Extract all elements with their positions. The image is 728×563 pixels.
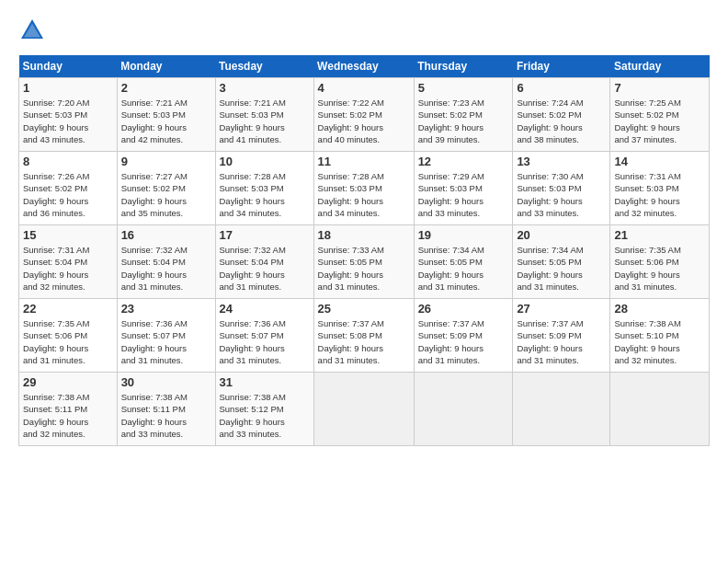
day-number: 6 — [517, 81, 606, 95]
day-number: 4 — [318, 81, 410, 95]
day-number: 10 — [220, 155, 310, 168]
day-number: 11 — [318, 155, 410, 168]
day-number: 25 — [318, 302, 410, 316]
calendar-cell: 3Sunrise: 7:21 AM Sunset: 5:03 PM Daylig… — [215, 78, 313, 152]
calendar-cell: 23Sunrise: 7:36 AM Sunset: 5:07 PM Dayli… — [117, 299, 215, 373]
day-number: 27 — [517, 302, 606, 316]
day-info: Sunrise: 7:27 AM Sunset: 5:02 PM Dayligh… — [121, 170, 211, 219]
day-info: Sunrise: 7:21 AM Sunset: 5:03 PM Dayligh… — [220, 97, 310, 145]
day-info: Sunrise: 7:35 AM Sunset: 5:06 PM Dayligh… — [614, 244, 705, 293]
day-number: 30 — [121, 375, 211, 389]
day-info: Sunrise: 7:28 AM Sunset: 5:03 PM Dayligh… — [220, 170, 310, 219]
calendar-cell: 11Sunrise: 7:28 AM Sunset: 5:03 PM Dayli… — [313, 152, 414, 225]
day-number: 29 — [23, 375, 113, 389]
day-number: 23 — [121, 302, 211, 316]
day-info: Sunrise: 7:22 AM Sunset: 5:02 PM Dayligh… — [318, 97, 410, 145]
calendar-cell: 16Sunrise: 7:32 AM Sunset: 5:04 PM Dayli… — [117, 225, 215, 299]
header-row: SundayMondayTuesdayWednesdayThursdayFrid… — [19, 55, 710, 78]
day-info: Sunrise: 7:36 AM Sunset: 5:07 PM Dayligh… — [220, 317, 310, 366]
day-info: Sunrise: 7:21 AM Sunset: 5:03 PM Dayligh… — [121, 97, 211, 145]
week-row-5: 29Sunrise: 7:38 AM Sunset: 5:11 PM Dayli… — [19, 373, 710, 446]
calendar-cell: 7Sunrise: 7:25 AM Sunset: 5:02 PM Daylig… — [610, 78, 710, 152]
day-info: Sunrise: 7:38 AM Sunset: 5:11 PM Dayligh… — [23, 391, 113, 440]
day-number: 20 — [517, 228, 606, 242]
calendar-cell — [610, 373, 710, 446]
week-row-2: 8Sunrise: 7:26 AM Sunset: 5:02 PM Daylig… — [19, 152, 710, 225]
day-number: 8 — [23, 155, 113, 168]
week-row-4: 22Sunrise: 7:35 AM Sunset: 5:06 PM Dayli… — [19, 299, 710, 373]
header — [18, 17, 710, 44]
day-number: 7 — [614, 81, 705, 95]
calendar-cell — [513, 373, 610, 446]
day-info: Sunrise: 7:37 AM Sunset: 5:08 PM Dayligh… — [318, 317, 410, 366]
day-info: Sunrise: 7:34 AM Sunset: 5:05 PM Dayligh… — [517, 244, 606, 293]
day-info: Sunrise: 7:25 AM Sunset: 5:02 PM Dayligh… — [614, 97, 705, 145]
day-number: 2 — [121, 81, 211, 95]
day-info: Sunrise: 7:31 AM Sunset: 5:04 PM Dayligh… — [23, 244, 113, 293]
day-info: Sunrise: 7:26 AM Sunset: 5:02 PM Dayligh… — [23, 170, 113, 219]
header-day-wednesday: Wednesday — [313, 55, 414, 78]
day-info: Sunrise: 7:38 AM Sunset: 5:11 PM Dayligh… — [121, 391, 211, 440]
calendar-cell: 18Sunrise: 7:33 AM Sunset: 5:05 PM Dayli… — [313, 225, 414, 299]
day-info: Sunrise: 7:34 AM Sunset: 5:05 PM Dayligh… — [418, 244, 509, 293]
day-info: Sunrise: 7:24 AM Sunset: 5:02 PM Dayligh… — [517, 97, 606, 145]
header-day-thursday: Thursday — [414, 55, 513, 78]
calendar-cell: 30Sunrise: 7:38 AM Sunset: 5:11 PM Dayli… — [117, 373, 215, 446]
calendar-cell: 25Sunrise: 7:37 AM Sunset: 5:08 PM Dayli… — [313, 299, 414, 373]
day-info: Sunrise: 7:28 AM Sunset: 5:03 PM Dayligh… — [318, 170, 410, 219]
calendar-cell — [313, 373, 414, 446]
calendar-cell: 26Sunrise: 7:37 AM Sunset: 5:09 PM Dayli… — [414, 299, 513, 373]
calendar-cell: 29Sunrise: 7:38 AM Sunset: 5:11 PM Dayli… — [19, 373, 118, 446]
calendar-cell: 17Sunrise: 7:32 AM Sunset: 5:04 PM Dayli… — [215, 225, 313, 299]
calendar-cell: 22Sunrise: 7:35 AM Sunset: 5:06 PM Dayli… — [19, 299, 118, 373]
logo-icon — [18, 17, 46, 44]
logo — [18, 17, 50, 44]
day-number: 14 — [614, 155, 705, 168]
day-number: 3 — [220, 81, 310, 95]
day-number: 18 — [318, 228, 410, 242]
calendar-cell: 5Sunrise: 7:23 AM Sunset: 5:02 PM Daylig… — [414, 78, 513, 152]
day-info: Sunrise: 7:37 AM Sunset: 5:09 PM Dayligh… — [418, 317, 509, 366]
day-number: 1 — [23, 81, 113, 95]
header-day-sunday: Sunday — [19, 55, 118, 78]
day-number: 24 — [220, 302, 310, 316]
day-number: 5 — [418, 81, 509, 95]
calendar-cell: 31Sunrise: 7:38 AM Sunset: 5:12 PM Dayli… — [215, 373, 313, 446]
calendar-cell: 12Sunrise: 7:29 AM Sunset: 5:03 PM Dayli… — [414, 152, 513, 225]
calendar-cell: 2Sunrise: 7:21 AM Sunset: 5:03 PM Daylig… — [117, 78, 215, 152]
header-day-tuesday: Tuesday — [215, 55, 313, 78]
calendar-cell: 1Sunrise: 7:20 AM Sunset: 5:03 PM Daylig… — [19, 78, 118, 152]
day-info: Sunrise: 7:38 AM Sunset: 5:12 PM Dayligh… — [220, 391, 310, 440]
header-day-friday: Friday — [513, 55, 610, 78]
calendar-cell — [414, 373, 513, 446]
calendar-cell: 4Sunrise: 7:22 AM Sunset: 5:02 PM Daylig… — [313, 78, 414, 152]
week-row-3: 15Sunrise: 7:31 AM Sunset: 5:04 PM Dayli… — [19, 225, 710, 299]
calendar-cell: 13Sunrise: 7:30 AM Sunset: 5:03 PM Dayli… — [513, 152, 610, 225]
calendar-cell: 14Sunrise: 7:31 AM Sunset: 5:03 PM Dayli… — [610, 152, 710, 225]
day-info: Sunrise: 7:20 AM Sunset: 5:03 PM Dayligh… — [23, 97, 113, 145]
day-info: Sunrise: 7:30 AM Sunset: 5:03 PM Dayligh… — [517, 170, 606, 219]
day-number: 13 — [517, 155, 606, 168]
header-day-monday: Monday — [117, 55, 215, 78]
calendar-cell: 28Sunrise: 7:38 AM Sunset: 5:10 PM Dayli… — [610, 299, 710, 373]
day-number: 16 — [121, 228, 211, 242]
day-number: 15 — [23, 228, 113, 242]
header-day-saturday: Saturday — [610, 55, 710, 78]
day-info: Sunrise: 7:32 AM Sunset: 5:04 PM Dayligh… — [121, 244, 211, 293]
day-number: 28 — [614, 302, 705, 316]
day-number: 21 — [614, 228, 705, 242]
day-info: Sunrise: 7:36 AM Sunset: 5:07 PM Dayligh… — [121, 317, 211, 366]
page: SundayMondayTuesdayWednesdayThursdayFrid… — [0, 0, 728, 455]
calendar-cell: 27Sunrise: 7:37 AM Sunset: 5:09 PM Dayli… — [513, 299, 610, 373]
day-info: Sunrise: 7:35 AM Sunset: 5:06 PM Dayligh… — [23, 317, 113, 366]
day-info: Sunrise: 7:37 AM Sunset: 5:09 PM Dayligh… — [517, 317, 606, 366]
day-info: Sunrise: 7:33 AM Sunset: 5:05 PM Dayligh… — [318, 244, 410, 293]
calendar-cell: 6Sunrise: 7:24 AM Sunset: 5:02 PM Daylig… — [513, 78, 610, 152]
day-number: 19 — [418, 228, 509, 242]
calendar-cell: 9Sunrise: 7:27 AM Sunset: 5:02 PM Daylig… — [117, 152, 215, 225]
day-number: 26 — [418, 302, 509, 316]
day-info: Sunrise: 7:32 AM Sunset: 5:04 PM Dayligh… — [220, 244, 310, 293]
day-info: Sunrise: 7:38 AM Sunset: 5:10 PM Dayligh… — [614, 317, 705, 366]
calendar-cell: 21Sunrise: 7:35 AM Sunset: 5:06 PM Dayli… — [610, 225, 710, 299]
calendar-cell: 19Sunrise: 7:34 AM Sunset: 5:05 PM Dayli… — [414, 225, 513, 299]
